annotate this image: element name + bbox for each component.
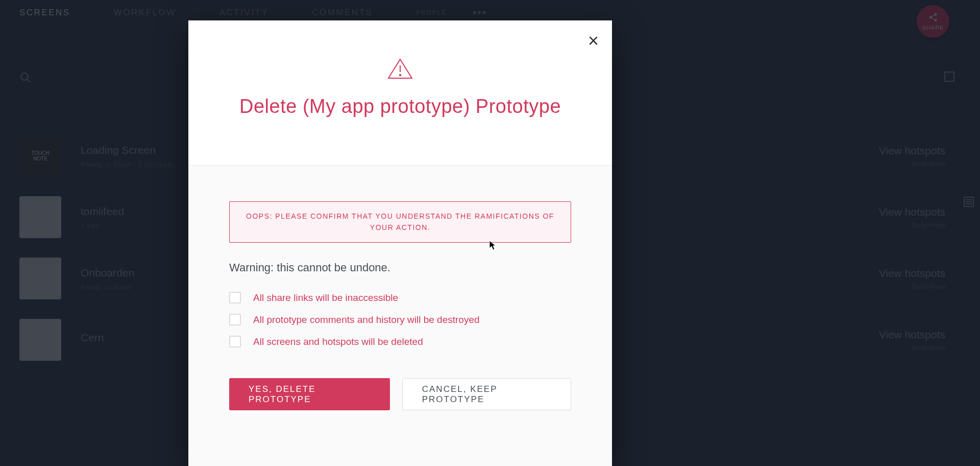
warning-text: Warning: this cannot be undone. — [229, 261, 571, 274]
checkbox-label: All prototype comments and history will … — [253, 314, 480, 325]
confirm-delete-button[interactable]: YES, DELETE PROTOTYPE — [229, 378, 390, 410]
modal-actions: YES, DELETE PROTOTYPE CANCEL, KEEP PROTO… — [229, 378, 571, 410]
confirm-check-2[interactable]: All prototype comments and history will … — [229, 314, 571, 325]
checkbox[interactable] — [229, 292, 241, 304]
checkbox[interactable] — [229, 314, 241, 325]
modal-body: OOPS: PLEASE CONFIRM THAT YOU UNDERSTAND… — [188, 166, 612, 466]
checkbox-label: All share links will be inaccessible — [253, 292, 398, 304]
svg-point-3 — [400, 75, 401, 76]
close-icon[interactable]: × — [588, 32, 599, 50]
cancel-button[interactable]: CANCEL, KEEP PROTOTYPE — [402, 378, 571, 410]
warning-icon — [386, 58, 414, 82]
modal-title: Delete (My app prototype) Prototype — [219, 96, 581, 148]
checkbox[interactable] — [229, 336, 241, 347]
error-banner: OOPS: PLEASE CONFIRM THAT YOU UNDERSTAND… — [229, 201, 571, 243]
confirm-check-3[interactable]: All screens and hotspots will be deleted — [229, 336, 571, 347]
modal-header: × Delete (My app prototype) Prototype — [188, 20, 612, 166]
delete-prototype-modal: × Delete (My app prototype) Prototype OO… — [188, 20, 612, 466]
checkbox-label: All screens and hotspots will be deleted — [253, 336, 423, 347]
confirm-check-1[interactable]: All share links will be inaccessible — [229, 292, 571, 304]
